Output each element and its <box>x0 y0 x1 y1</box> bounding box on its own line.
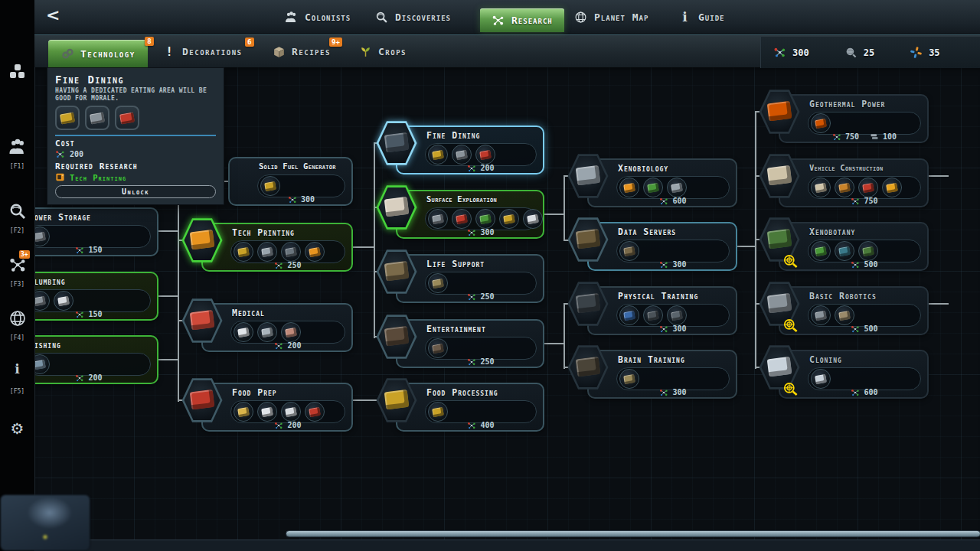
tech-node-data-servers[interactable]: Data Servers300 <box>587 222 737 271</box>
tech-node-fishing[interactable]: Fishing200 <box>34 335 158 384</box>
cost-value: 250 <box>480 292 494 301</box>
sidebar-colonists-icon[interactable] <box>0 138 34 156</box>
tree-connector-line <box>158 295 179 297</box>
item-icon <box>257 242 277 262</box>
tech-node-plumbing[interactable]: Plumbing150 <box>34 272 158 321</box>
item-icon <box>54 291 74 311</box>
tech-node-physical-training[interactable]: Physical Training300 <box>587 286 737 335</box>
research-points-icon <box>851 324 860 334</box>
research-points-icon <box>75 310 84 319</box>
tech-node-xenobotany[interactable]: Xenobotany500 <box>779 222 929 271</box>
fine-dining-hex-icon[interactable] <box>376 120 417 166</box>
nav-item-planet-map[interactable]: Planet Map <box>574 0 648 34</box>
cost-row: 300 <box>425 227 537 237</box>
cost-row: 200 <box>230 420 345 430</box>
medical-hex-icon[interactable] <box>181 298 223 344</box>
item-icon <box>305 402 325 422</box>
tech-node-title: Fishing <box>34 340 61 350</box>
nav-item-guide[interactable]: iGuide <box>678 0 725 34</box>
cost-value: 300 <box>672 260 686 269</box>
item-icon <box>835 305 854 325</box>
food-processing-hex-icon[interactable] <box>376 377 417 423</box>
tech-node-xenobiology[interactable]: Xenobiology600 <box>587 158 737 207</box>
cost-row: 500 <box>808 259 921 269</box>
tab-decorations[interactable]: !Decorations6 <box>162 35 243 68</box>
item-icon <box>234 322 253 342</box>
nav-item-discoveries[interactable]: Discoveries <box>375 0 451 34</box>
sidebar-guide-icon[interactable]: i <box>0 363 34 376</box>
tech-node-cloning[interactable]: Cloning600 <box>779 350 929 399</box>
research-tree-canvas[interactable]: Power Storage150Plumbing150Fishing200Sol… <box>34 67 980 551</box>
cost-row: 600 <box>808 387 921 397</box>
geothermal-power-hex-icon[interactable] <box>759 89 800 135</box>
tab-label: Technology <box>80 48 136 60</box>
item-icon <box>428 402 448 422</box>
resource-bar: 3002535 <box>760 37 980 68</box>
recipes-icon <box>272 45 286 59</box>
nav-item-research[interactable]: Research <box>480 8 564 32</box>
entertainment-hex-icon[interactable] <box>376 314 417 360</box>
surface-exploration-hex-icon[interactable] <box>376 184 417 230</box>
tab-technology[interactable]: Technology8 <box>48 40 148 68</box>
footer-strip <box>35 540 980 551</box>
tech-node-medical[interactable]: Medical200 <box>201 303 353 352</box>
tech-node-title: Xenobiology <box>618 163 668 174</box>
research-points-icon <box>288 195 297 204</box>
item-icon <box>234 402 253 422</box>
research-points-icon <box>773 46 786 59</box>
tooltip-item-icon <box>55 106 80 130</box>
tech-node-title: Fine Dining <box>426 130 480 141</box>
resource-value: 35 <box>929 47 939 58</box>
tech-printing-hex-icon[interactable] <box>181 217 223 263</box>
cost-row: 300 <box>257 194 345 204</box>
tech-node-life-support[interactable]: Life Support250 <box>396 254 544 303</box>
sidebar-fkey-label: [F2] <box>0 227 34 234</box>
tech-node-title: Food Prep <box>232 387 277 398</box>
item-icon <box>835 241 854 261</box>
back-button[interactable]: < <box>46 5 60 24</box>
sidebar-research-icon[interactable] <box>0 256 34 274</box>
tab-crops[interactable]: Crops <box>358 35 407 68</box>
research-points-icon <box>467 357 476 367</box>
food-prep-hex-icon[interactable] <box>181 377 223 423</box>
item-icon <box>523 209 543 229</box>
item-icon <box>281 402 301 422</box>
data-servers-hex-icon[interactable] <box>567 217 609 262</box>
tech-node-title: Basic Robotics <box>809 291 877 302</box>
tech-node-surface-exploration[interactable]: Surface Exploration300 <box>396 190 544 239</box>
sidebar-planet-map-icon[interactable] <box>0 309 34 328</box>
tab-recipes[interactable]: Recipes9+ <box>272 35 331 68</box>
item-icon <box>428 145 448 165</box>
tech-node-brain-training[interactable]: Brain Training300 <box>587 350 737 399</box>
tech-node-geothermal-power[interactable]: Geothermal Power750100 <box>779 94 929 143</box>
resource-discovery-points: 25 <box>844 46 874 59</box>
tech-node-power-storage[interactable]: Power Storage150 <box>34 207 158 256</box>
physical-training-hex-icon[interactable] <box>567 281 609 327</box>
tooltip-description: Having a dedicated eating area will be g… <box>55 87 213 102</box>
sidebar-settings-icon[interactable]: ⚙ <box>0 419 34 438</box>
brain-training-hex-icon[interactable] <box>567 344 609 390</box>
tech-node-tech-printing[interactable]: Tech Printing250 <box>201 223 353 272</box>
tech-node-entertainment[interactable]: Entertainment250 <box>396 319 544 368</box>
cost-row: 600 <box>616 196 730 206</box>
tab-badge: 6 <box>245 37 253 47</box>
item-icon <box>257 402 277 422</box>
vehicle-construction-hex-icon[interactable] <box>759 153 800 199</box>
minimized-window-tile[interactable] <box>0 494 90 551</box>
xenobiology-hex-icon[interactable] <box>567 153 609 199</box>
nav-item-colonists[interactable]: Colonists <box>285 0 351 34</box>
item-icon <box>34 354 50 374</box>
unlock-button[interactable]: Unlock <box>55 185 216 198</box>
tech-node-food-prep[interactable]: Food Prep200 <box>201 383 353 432</box>
research-points-icon <box>659 260 668 269</box>
sidebar-discoveries-icon[interactable] <box>0 202 34 220</box>
app-root: < ColonistsDiscoveriesResearchPlanet Map… <box>0 0 980 551</box>
tech-node-food-processing[interactable]: Food Processing400 <box>396 383 544 432</box>
tech-node-vehicle-construction[interactable]: Vehicle Construction750 <box>779 158 929 207</box>
tech-node-solid-fuel-generator[interactable]: Solid Fuel Generator300 <box>228 157 353 206</box>
life-support-hex-icon[interactable] <box>376 249 417 295</box>
tech-node-basic-robotics[interactable]: Basic Robotics500 <box>779 286 929 335</box>
sidebar-badge: 3+ <box>19 250 30 259</box>
tech-node-fine-dining[interactable]: Fine Dining200 <box>396 126 544 174</box>
horizontal-scrollbar-thumb[interactable] <box>286 530 980 537</box>
